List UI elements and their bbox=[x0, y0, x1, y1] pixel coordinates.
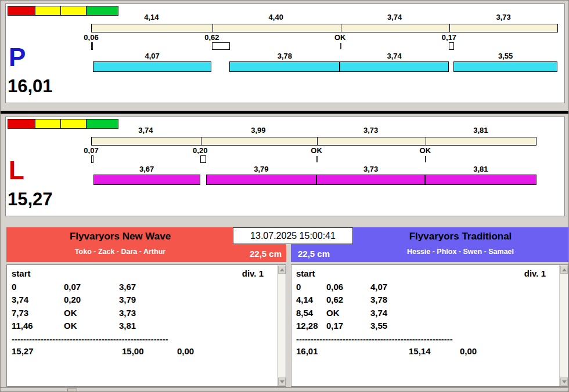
ok-tick-marker bbox=[316, 156, 318, 162]
table-totals-row: 16,0115,140,00 bbox=[291, 346, 568, 359]
fault-label: OK bbox=[408, 146, 442, 155]
table-cell: 12,28 bbox=[296, 321, 318, 331]
split-divider bbox=[341, 24, 341, 32]
measured-bar-segment bbox=[93, 61, 211, 72]
measured-bar-segment bbox=[229, 61, 340, 72]
table-cell: 0,17 bbox=[326, 321, 343, 331]
results-table-body: start div. 1 00,073,673,740,203,797,73OK… bbox=[7, 265, 286, 386]
table-cell: 4,07 bbox=[370, 282, 387, 292]
fault-gap-marker bbox=[212, 42, 230, 50]
measured-split-label: 3,81 bbox=[425, 165, 536, 173]
team-name: Flyvaryors Traditional bbox=[352, 231, 568, 242]
table-cell: OK bbox=[64, 321, 77, 331]
table-cell: OK bbox=[326, 308, 340, 318]
arrow-up-icon bbox=[280, 268, 284, 271]
table-row: 11,46OK3,81 bbox=[7, 321, 286, 333]
ok-tick-marker bbox=[340, 43, 341, 49]
start-label: start bbox=[296, 268, 315, 278]
results-table-body: start div. 1 00,064,074,140,623,788,54OK… bbox=[291, 265, 568, 386]
table-cell: 0,20 bbox=[64, 295, 81, 304]
jump-height-badge: 22,5 cm bbox=[298, 249, 330, 259]
arrow-up-icon bbox=[562, 268, 567, 271]
lane-total-time: 16,01 bbox=[8, 77, 53, 96]
table-totals-row: 15,2715,000,00 bbox=[7, 346, 286, 359]
planned-split-label: 3,73 bbox=[449, 13, 557, 21]
table-cell: 3,73 bbox=[119, 308, 136, 318]
total-cell: 0,00 bbox=[460, 346, 477, 356]
team-members: Hessie - Phlox - Swen - Samael bbox=[352, 248, 568, 256]
table-cell: 3,55 bbox=[370, 321, 387, 331]
total-cell: 15,14 bbox=[409, 346, 431, 356]
measured-bar-segment bbox=[340, 61, 449, 72]
total-cell: 15,00 bbox=[122, 346, 144, 356]
fault-label: 0,07 bbox=[74, 146, 109, 155]
fault-label: OK bbox=[299, 146, 334, 155]
measured-bar-segment bbox=[93, 175, 200, 185]
taskbar-fragment bbox=[67, 389, 77, 392]
table-row: 7,73OK3,73 bbox=[7, 308, 286, 321]
split-divider bbox=[449, 24, 450, 32]
split-divider bbox=[426, 137, 426, 145]
lane-letter: P bbox=[9, 45, 26, 70]
measured-bar-segment bbox=[425, 175, 536, 185]
measured-split-label: 3,79 bbox=[206, 165, 316, 173]
lane-divider bbox=[1, 111, 569, 114]
table-cell: 3,81 bbox=[119, 321, 136, 331]
datetime-display: 13.07.2025 15:00:41 bbox=[233, 227, 353, 244]
lane-run-visualization: 4,144,403,743,730,060,62OK0,174,073,783,… bbox=[6, 4, 564, 103]
table-cell: 7,73 bbox=[12, 308, 28, 318]
division-label: div. 1 bbox=[242, 268, 264, 278]
planned-split-label: 4,40 bbox=[212, 13, 340, 21]
scroll-down-button[interactable] bbox=[560, 378, 568, 386]
team-name: Flyvaryors New Wave bbox=[6, 231, 234, 242]
planned-split-label: 4,14 bbox=[91, 13, 212, 21]
measured-split-label: 3,78 bbox=[229, 52, 340, 60]
fault-gap-marker bbox=[91, 155, 93, 163]
planned-split-label: 3,74 bbox=[91, 126, 200, 135]
table-row: 4,140,623,78 bbox=[291, 295, 568, 307]
table-separator: ----------------------------------------… bbox=[296, 334, 453, 344]
table-cell: 0 bbox=[12, 282, 16, 292]
table-row: 00,073,67 bbox=[7, 282, 286, 295]
table-cell: 11,46 bbox=[12, 321, 33, 331]
lane-panel-p: 4,144,403,743,730,060,62OK0,174,073,783,… bbox=[5, 3, 565, 103]
lane-run-visualization: 3,743,993,733,810,070,20OKOK3,673,793,73… bbox=[6, 117, 564, 216]
measured-bar-segment bbox=[316, 175, 425, 185]
measured-bar-segment bbox=[453, 61, 557, 72]
split-divider bbox=[213, 24, 213, 32]
split-divider bbox=[201, 137, 201, 145]
table-cell: 0,62 bbox=[326, 295, 343, 304]
table-cell: 3,78 bbox=[370, 295, 387, 304]
table-header-row: start div. 1 bbox=[7, 268, 286, 280]
scroll-down-button[interactable] bbox=[278, 378, 286, 386]
table-cell: 3,79 bbox=[119, 295, 136, 304]
table-cell: OK bbox=[64, 308, 77, 318]
table-scrollbar[interactable] bbox=[559, 265, 568, 386]
start-label: start bbox=[12, 268, 31, 278]
total-cell: 15,27 bbox=[12, 346, 34, 356]
fault-label: OK bbox=[323, 33, 358, 42]
table-row: 12,280,173,55 bbox=[291, 321, 568, 333]
split-divider bbox=[317, 137, 318, 145]
table-row: 3,740,203,79 bbox=[7, 295, 286, 307]
table-cell: 3,74 bbox=[370, 308, 387, 318]
planned-splits-bar bbox=[91, 137, 536, 146]
results-table-left: start div. 1 00,073,673,740,203,797,73OK… bbox=[6, 264, 286, 387]
fault-label: 0,17 bbox=[431, 33, 466, 42]
scroll-up-button[interactable] bbox=[278, 266, 286, 274]
scroll-up-button[interactable] bbox=[560, 266, 568, 274]
ok-tick-marker bbox=[425, 156, 426, 162]
table-scrollbar[interactable] bbox=[277, 265, 286, 386]
table-separator: ----------------------------------------… bbox=[12, 334, 168, 344]
table-cell: 0 bbox=[296, 282, 301, 292]
table-cell: 8,54 bbox=[296, 308, 313, 318]
lane-total-time: 15,27 bbox=[8, 190, 53, 209]
table-cell: 0,07 bbox=[64, 282, 81, 292]
division-label: div. 1 bbox=[524, 268, 546, 278]
measured-split-label: 3,73 bbox=[316, 165, 425, 173]
total-cell: 0,00 bbox=[177, 346, 194, 356]
table-cell: 3,67 bbox=[119, 282, 136, 292]
fault-gap-marker bbox=[200, 155, 206, 163]
bottom-bar bbox=[1, 387, 569, 392]
table-cell: 0,06 bbox=[326, 282, 343, 292]
